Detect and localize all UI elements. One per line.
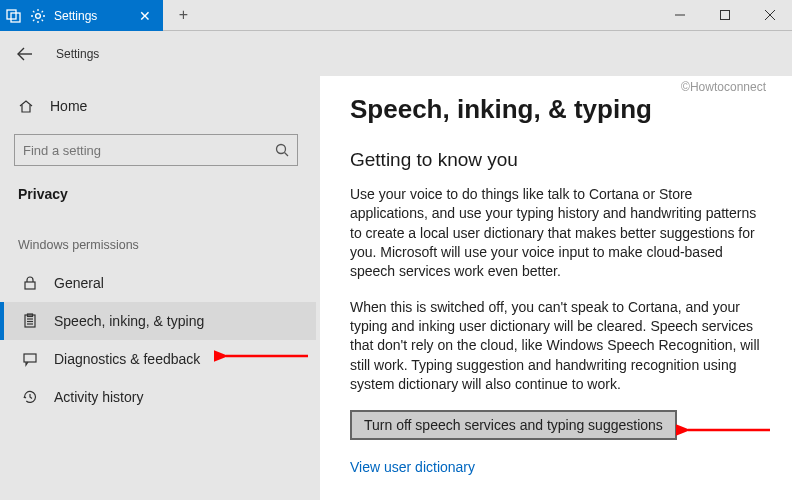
svg-line-9 [285, 153, 289, 157]
lock-icon [22, 275, 38, 291]
sidebar-item-label: Speech, inking, & typing [54, 313, 204, 329]
minimize-button[interactable] [657, 0, 702, 30]
sidebar-item-general[interactable]: General [0, 264, 316, 302]
tab-settings[interactable]: Settings ✕ [0, 0, 163, 31]
sidebar-group-label: Windows permissions [14, 234, 316, 256]
gear-icon [30, 8, 46, 24]
sidebar-item-label: Activity history [54, 389, 143, 405]
svg-point-2 [36, 13, 41, 18]
new-tab-button[interactable]: + [163, 0, 203, 30]
nav-home-label: Home [50, 98, 87, 114]
watermark: ©Howtoconnect [681, 80, 766, 94]
sidebar-item-speech-inking-typing[interactable]: Speech, inking, & typing [0, 302, 316, 340]
main-area: Home Privacy Windows permissions General [0, 76, 792, 500]
tab-close-button[interactable]: ✕ [135, 8, 155, 24]
page-title: Speech, inking, & typing [350, 94, 762, 125]
window-titlebar: Settings ✕ + [0, 0, 792, 31]
close-button[interactable] [747, 0, 792, 30]
sidebar-item-label: General [54, 275, 104, 291]
sidebar-item-activity-history[interactable]: Activity history [0, 378, 316, 416]
svg-rect-4 [720, 11, 729, 20]
clipboard-icon [22, 313, 38, 329]
back-button[interactable] [14, 43, 36, 65]
view-user-dictionary-link[interactable]: View user dictionary [350, 459, 475, 475]
feedback-icon [22, 351, 38, 367]
sidebar-section-title: Privacy [14, 182, 316, 206]
history-icon [22, 389, 38, 405]
sidebar-item-diagnostics-feedback[interactable]: Diagnostics & feedback [0, 340, 316, 378]
description-paragraph-1: Use your voice to do things like talk to… [350, 185, 762, 282]
home-icon [18, 98, 34, 114]
section-heading: Getting to know you [350, 149, 762, 171]
tab-title: Settings [54, 9, 97, 23]
sidebar-item-label: Diagnostics & feedback [54, 351, 200, 367]
task-view-icon [6, 8, 22, 24]
app-topbar: Settings [0, 31, 792, 76]
search-input[interactable] [23, 143, 275, 158]
titlebar-drag-area[interactable] [203, 0, 657, 30]
nav-home[interactable]: Home [14, 90, 316, 122]
svg-point-8 [277, 145, 286, 154]
svg-rect-16 [24, 354, 36, 362]
content-pane: ©Howtoconnect Speech, inking, & typing G… [320, 76, 792, 500]
search-box[interactable] [14, 134, 298, 166]
turn-off-speech-services-button[interactable]: Turn off speech services and typing sugg… [350, 410, 677, 440]
description-paragraph-2: When this is switched off, you can't spe… [350, 298, 762, 395]
maximize-button[interactable] [702, 0, 747, 30]
sidebar: Home Privacy Windows permissions General [0, 76, 320, 500]
window-controls [657, 0, 792, 30]
svg-rect-10 [25, 282, 35, 289]
search-icon [275, 143, 289, 157]
app-title: Settings [56, 47, 99, 61]
